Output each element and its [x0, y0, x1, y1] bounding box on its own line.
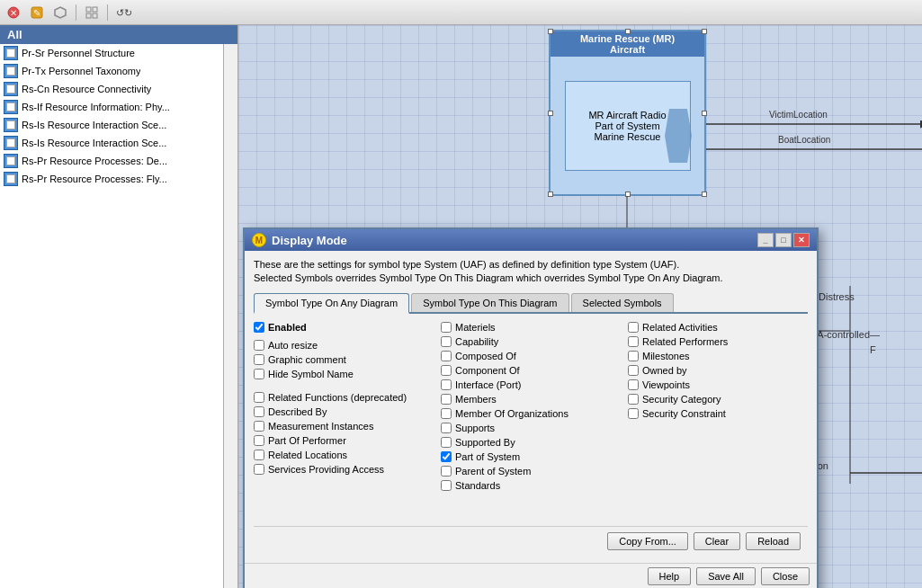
dialog-maximize-btn[interactable]: □: [775, 233, 792, 247]
check-hidesymbol-row: Hide Symbol Name: [254, 368, 434, 380]
cb-interface-port-label[interactable]: Interface (Port): [455, 379, 521, 390]
cb-materiels[interactable]: [441, 322, 452, 333]
sidebar-header: All: [0, 25, 237, 44]
cb-related-functions-label[interactable]: Related Functions (deprecated): [268, 392, 407, 403]
cb-autoresize[interactable]: [254, 340, 264, 351]
cb-described-by-label[interactable]: Described By: [268, 406, 327, 417]
cb-graphic-comment-label[interactable]: Graphic comment: [268, 354, 346, 365]
cb-supports-label[interactable]: Supports: [455, 423, 495, 433]
cb-security-constraint[interactable]: [628, 408, 639, 419]
cb-members[interactable]: [441, 394, 452, 405]
copy-from-button[interactable]: Copy From...: [607, 532, 688, 550]
help-button[interactable]: Help: [648, 567, 692, 585]
cb-interface-port[interactable]: [441, 379, 452, 390]
cb-capability[interactable]: [441, 336, 452, 347]
cb-component-of-label[interactable]: Component Of: [455, 365, 520, 376]
cb-component-of[interactable]: [441, 365, 452, 376]
cb-owned-by[interactable]: [628, 365, 639, 376]
cb-related-functions[interactable]: [254, 392, 264, 403]
check-relactivities-row: Related Activities: [628, 321, 808, 334]
cb-composed-of-label[interactable]: Composed Of: [455, 351, 516, 361]
cb-member-of-organizations[interactable]: [441, 408, 452, 419]
check-measurement-row: Measurement Instances: [254, 420, 434, 432]
cb-related-performers[interactable]: [628, 336, 639, 347]
cb-hide-symbol-name-label[interactable]: Hide Symbol Name: [268, 369, 354, 379]
cb-part-of-system[interactable]: [441, 451, 452, 462]
check-ownedby-row: Owned by: [628, 364, 808, 377]
check-capability-row: Capability: [441, 335, 621, 348]
toolbar-grid-btn[interactable]: [82, 3, 102, 22]
cb-services-providing[interactable]: [254, 464, 264, 475]
cb-security-category[interactable]: [628, 394, 639, 405]
cb-parent-of-system[interactable]: [441, 466, 452, 477]
clear-button[interactable]: Clear: [694, 532, 740, 550]
tab-selected-symbols[interactable]: Selected Symbols: [571, 293, 674, 312]
tab-this-diagram[interactable]: Symbol Type On This Diagram: [411, 293, 568, 312]
sidebar-scrollbar[interactable]: [223, 44, 237, 588]
cb-parent-of-system-label[interactable]: Parent of System: [455, 466, 531, 477]
toolbar: ✕ ✎ ↺↻: [0, 0, 922, 25]
cb-graphic-comment[interactable]: [254, 354, 264, 365]
tab-any-diagram[interactable]: Symbol Type On Any Diagram: [254, 293, 409, 314]
cb-capability-label[interactable]: Capability: [455, 336, 498, 347]
cb-viewpoints[interactable]: [628, 379, 639, 390]
sidebar-item[interactable]: Rs-Is Resource Interaction Sce...: [0, 134, 223, 152]
sidebar-item[interactable]: Rs-Pr Resource Processes: Fly...: [0, 170, 223, 188]
check-componentof-row: Component Of: [441, 364, 621, 377]
cb-milestones[interactable]: [628, 351, 639, 361]
toolbar-hex-btn[interactable]: [50, 3, 70, 22]
toolbar-undo-btn[interactable]: ↺↻: [113, 3, 133, 22]
cb-supported-by-label[interactable]: Supported By: [455, 437, 515, 448]
cb-security-category-label[interactable]: Security Category: [642, 394, 721, 405]
dialog-title-text: Display Mode: [272, 234, 347, 247]
dialog-minimize-btn[interactable]: _: [757, 233, 774, 247]
sidebar-item[interactable]: Pr-Tx Personnel Taxonomy: [0, 62, 223, 80]
cb-related-activities-label[interactable]: Related Activities: [642, 322, 718, 333]
dialog-close-btn[interactable]: ✕: [793, 233, 810, 247]
cb-services-providing-label[interactable]: Services Providing Access: [268, 464, 384, 475]
reload-button[interactable]: Reload: [746, 532, 801, 550]
cb-member-of-organizations-label[interactable]: Member Of Organizations: [455, 408, 568, 419]
sidebar-item-label: Rs-Is Resource Interaction Sce...: [22, 120, 166, 130]
cb-autoresize-label[interactable]: Auto resize: [268, 340, 318, 351]
cb-enabled-label[interactable]: Enabled: [268, 322, 307, 333]
sidebar-item[interactable]: Rs-Is Resource Interaction Sce...: [0, 116, 223, 134]
cb-enabled[interactable]: [254, 322, 264, 333]
cb-supported-by[interactable]: [441, 437, 452, 448]
cb-standards[interactable]: [441, 480, 452, 491]
cb-milestones-label[interactable]: Milestones: [642, 351, 690, 361]
cb-members-label[interactable]: Members: [455, 394, 497, 405]
cb-related-activities[interactable]: [628, 322, 639, 333]
close-footer-button[interactable]: Close: [761, 567, 810, 585]
cb-described-by[interactable]: [254, 406, 264, 417]
cb-related-performers-label[interactable]: Related Performers: [642, 336, 728, 347]
svg-marker-4: [55, 7, 66, 18]
sidebar-item[interactable]: Rs-Pr Resource Processes: De...: [0, 152, 223, 170]
svg-marker-10: [665, 109, 692, 163]
cb-materiels-label[interactable]: Materiels: [455, 322, 496, 333]
cb-owned-by-label[interactable]: Owned by: [642, 365, 687, 376]
toolbar-close-btn[interactable]: ✕: [4, 3, 23, 22]
cb-part-of-performer-label[interactable]: Part Of Performer: [268, 435, 346, 446]
cb-related-locations[interactable]: [254, 450, 264, 460]
cb-supports[interactable]: [441, 423, 452, 433]
check-members-row: Members: [441, 393, 621, 405]
cb-viewpoints-label[interactable]: Viewpoints: [642, 379, 690, 390]
save-all-button[interactable]: Save All: [696, 567, 756, 585]
canvas-label-victim: VictimLocation: [769, 110, 828, 120]
canvas-node-aircraft[interactable]: Marine Rescue (MR)Aircraft MR Aircraft R…: [549, 30, 706, 196]
cb-related-locations-label[interactable]: Related Locations: [268, 450, 347, 460]
cb-composed-of[interactable]: [441, 351, 452, 361]
cb-standards-label[interactable]: Standards: [455, 480, 500, 491]
sidebar-item[interactable]: Rs-If Resource Information: Phy...: [0, 98, 223, 116]
cb-measurement-instances[interactable]: [254, 421, 264, 432]
cb-part-of-system-label[interactable]: Part of System: [455, 451, 520, 462]
cb-measurement-instances-label[interactable]: Measurement Instances: [268, 421, 373, 432]
sidebar-item[interactable]: Pr-Sr Personnel Structure: [0, 44, 223, 62]
dialog-mode-icon: M: [252, 233, 266, 247]
toolbar-edit-btn[interactable]: ✎: [27, 3, 47, 22]
sidebar-item[interactable]: Rs-Cn Resource Connectivity: [0, 80, 223, 98]
cb-security-constraint-label[interactable]: Security Constraint: [642, 408, 726, 419]
cb-hide-symbol-name[interactable]: [254, 369, 264, 379]
cb-part-of-performer[interactable]: [254, 435, 264, 446]
